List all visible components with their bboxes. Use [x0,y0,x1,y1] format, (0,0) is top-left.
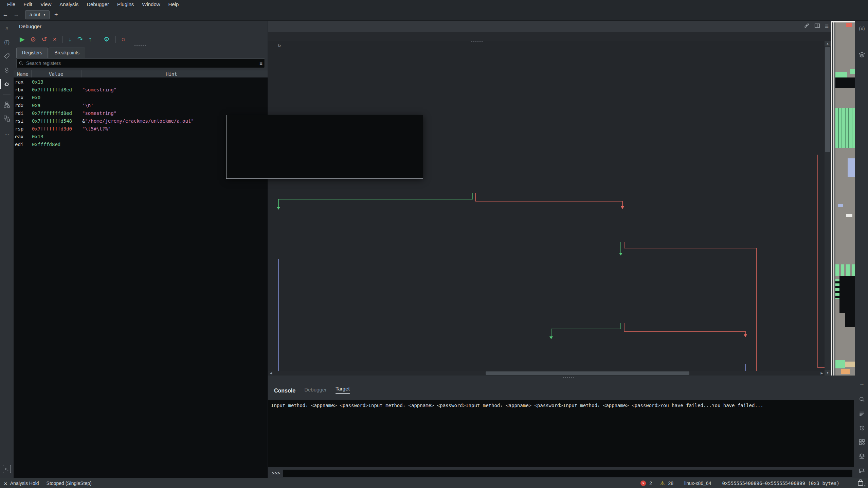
register-row[interactable]: rax0x13 [14,79,268,87]
menu-edit[interactable]: Edit [20,0,36,9]
warnings-count[interactable]: 28 [668,481,673,486]
scrollbar-thumb[interactable] [486,371,689,375]
toolbar-separator [98,36,98,43]
terminal-icon[interactable] [3,465,11,473]
view-header: ≡ [268,20,831,32]
mini-graph-icon[interactable] [3,101,11,108]
menu-help[interactable]: Help [165,0,183,9]
restart-button[interactable]: ↺ [42,36,47,43]
scroll-up-icon[interactable]: ▲ [825,41,831,46]
console-output[interactable]: Input method: <appname> <password>Input … [268,400,854,467]
console-title: Console [274,388,295,394]
scrollbar-thumb[interactable] [825,47,830,152]
tab-breakpoints[interactable]: Breakpoints [49,48,85,58]
search-options-icon[interactable]: ≡ [259,60,263,66]
menu-window[interactable]: Window [138,0,164,9]
errors-icon[interactable]: × [640,481,646,486]
console-prompt: >>> [272,470,280,476]
column-value: Value [49,71,63,77]
warnings-icon[interactable]: ⚠ [660,480,665,486]
graph-vertical-scrollbar[interactable]: ▲ ▼ [825,41,831,376]
menu-file[interactable]: File [3,0,19,9]
strings-icon[interactable]: ”” [858,381,866,389]
menu-debugger[interactable]: Debugger [83,0,113,9]
settings-button[interactable]: ⚙ [104,36,110,43]
kill-button[interactable]: ⊘ [31,36,36,43]
splitter-grip[interactable] [563,377,574,378]
resize-grip-icon[interactable] [862,483,867,487]
right-sidebar-rail: (x) ”” [855,20,868,478]
status-bar: × Analysis Hold Stopped (SingleStep) × 2… [0,478,868,488]
toolbar-separator [62,36,63,43]
register-search[interactable]: ≡ [16,58,265,68]
debug-console-icon[interactable] [858,467,866,474]
feature-map[interactable] [831,20,855,376]
modified-dot-icon: ● [43,13,45,16]
menu-view[interactable]: View [37,0,55,9]
console-input[interactable] [283,470,852,477]
step-into-button[interactable]: ↓ [69,36,72,43]
log-icon[interactable] [858,410,866,417]
register-row[interactable]: rdx0xa'\n' [14,103,268,110]
new-tab-button[interactable]: + [54,11,58,18]
types-icon[interactable]: {T} [3,38,11,46]
debugger-panel-tabs: RegistersBreakpoints [14,48,268,58]
analysis-close-icon[interactable]: × [4,481,7,486]
search-input[interactable] [25,60,259,66]
stack-trace-icon[interactable] [3,115,11,122]
graph-canvas[interactable] [268,41,825,376]
step-return-button[interactable]: ↑ [89,36,92,43]
tab-bar: ← → a.out ● + [0,9,868,21]
toolbar-separator [115,36,116,43]
find-icon[interactable] [858,396,866,403]
memory-map-icon[interactable] [3,66,11,74]
debugger-panel: Debugger ▶⊘↺×↓↷↑⚙○ RegistersBreakpoints … [14,20,268,478]
split-view-icon[interactable] [814,23,820,30]
tags-icon[interactable] [3,52,11,60]
stack-view-icon[interactable] [858,453,866,460]
tab-target[interactable]: Target [336,386,350,394]
search-icon [19,61,23,66]
hex-dump-popup[interactable] [226,115,423,179]
rail-divider [3,94,11,94]
quit-button[interactable]: × [53,36,56,43]
console-panel: Console Debugger Target Input method: <a… [268,376,855,478]
debugger-icon[interactable] [3,80,11,88]
panel-title: Debugger [14,20,268,32]
tab-registers[interactable]: Registers [16,48,48,58]
plugins-icon[interactable] [858,438,866,446]
document-tab[interactable]: a.out ● [25,10,50,19]
graph-edges [268,41,825,376]
resume-button[interactable]: ▶ [20,36,25,43]
platform-label: linux-x86_64 [684,481,711,486]
forward-icon[interactable]: → [11,11,22,18]
layers-icon[interactable] [858,51,866,58]
register-row[interactable]: rcx0x0 [14,95,268,103]
menu-plugins[interactable]: Plugins [113,0,138,9]
tab-debugger[interactable]: Debugger [304,387,327,394]
view-menu-icon[interactable]: ≡ [825,22,829,30]
splitter-grip[interactable] [134,45,146,46]
record-button[interactable]: ○ [122,36,125,43]
step-over-button[interactable]: ↷ [77,36,83,43]
sync-link-icon[interactable] [804,23,810,30]
scroll-left-icon[interactable]: ◀ [268,371,274,375]
document-tab-label: a.out [30,12,40,17]
more-panels-icon[interactable]: … [3,129,11,136]
menu-analysis[interactable]: Analysis [56,0,82,9]
scroll-right-icon[interactable]: ▶ [819,371,825,375]
analysis-status: Analysis Hold [10,481,39,486]
variables-icon[interactable]: (x) [858,24,866,32]
back-icon[interactable]: ← [0,11,11,18]
history-icon[interactable] [858,424,866,432]
panel-splitter[interactable] [268,20,268,478]
splitter-grip[interactable] [471,41,483,42]
left-sidebar-rail: #{T}… [0,20,14,478]
graph-horizontal-scrollbar[interactable]: ◀ ▶ [268,371,825,376]
errors-count[interactable]: 2 [649,481,652,486]
reanalyze-icon[interactable]: ↻ [278,42,281,48]
cross-references-icon[interactable]: # [3,24,11,32]
register-row[interactable]: rbx0x7fffffffd8ed"somestring" [14,87,268,95]
column-hint: Hint [166,71,177,77]
scroll-down-icon[interactable]: ▼ [825,370,831,376]
